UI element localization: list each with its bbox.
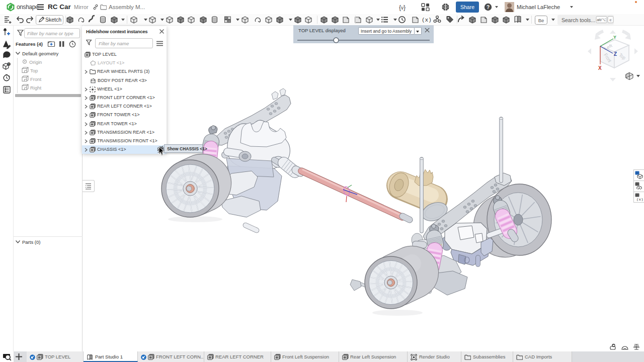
svg-text:{v}: {v} xyxy=(399,4,406,11)
svg-text:Parts (0): Parts (0) xyxy=(22,239,40,245)
svg-text:Features (4): Features (4) xyxy=(16,41,43,47)
svg-text:alt/⌥: alt/⌥ xyxy=(597,18,606,22)
svg-text:Search tools...: Search tools... xyxy=(561,17,595,23)
svg-text:Z: Z xyxy=(614,51,617,57)
svg-text:(x): (x) xyxy=(636,198,643,201)
svg-text:Filter by name or type: Filter by name or type xyxy=(27,31,73,36)
svg-text:Top: Top xyxy=(30,68,38,73)
svg-text:Default geometry: Default geometry xyxy=(22,51,59,56)
svg-text:?: ? xyxy=(487,5,490,10)
svg-text:c: c xyxy=(610,18,612,22)
svg-text:Sketch: Sketch xyxy=(45,17,61,23)
svg-text:Y: Y xyxy=(613,35,616,40)
svg-text:Front: Front xyxy=(30,76,42,82)
svg-text:?: ? xyxy=(8,63,10,66)
svg-text:Be: Be xyxy=(538,18,544,23)
svg-text:Right: Right xyxy=(30,85,42,90)
svg-text:Origin: Origin xyxy=(29,59,42,65)
svg-text:X: X xyxy=(598,65,602,71)
svg-text:(x): (x) xyxy=(422,17,432,23)
